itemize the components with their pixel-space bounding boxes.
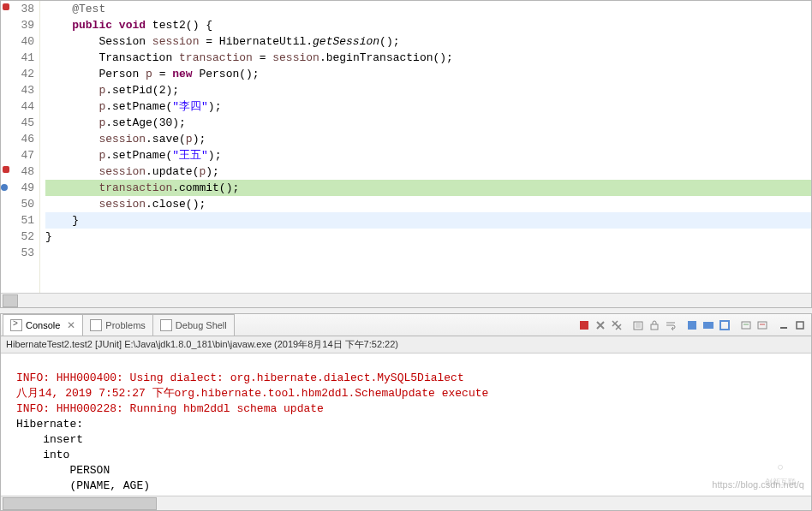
svg-rect-6 <box>742 322 750 329</box>
log-line: insert <box>16 433 90 446</box>
code-line[interactable]: Transaction transaction = session.beginT… <box>45 50 811 66</box>
line-gutter: 38394041424344454647484950515253 <box>1 1 40 293</box>
svg-rect-2 <box>651 324 658 330</box>
log-line: Hibernate: <box>16 418 90 431</box>
launch-label: HibernateTest2.test2 [JUnit] E:\Java\jdk… <box>1 336 811 354</box>
console-output[interactable]: INFO: HHH000400: Using dialect: org.hibe… <box>1 354 811 496</box>
remove-launch-button[interactable] <box>593 318 608 333</box>
code-line[interactable]: session.update(p); <box>45 163 811 180</box>
log-line: INFO: HHH000228: Running hbm2ddl schema … <box>16 402 324 415</box>
code-line[interactable]: session.close(); <box>45 196 811 212</box>
minimize-view-button[interactable] <box>776 318 791 333</box>
code-line[interactable]: transaction.commit(); <box>45 180 811 196</box>
code-line[interactable]: @Test <box>45 1 811 17</box>
code-line[interactable] <box>45 245 811 261</box>
bottom-pane: Console ✕ Problems Debug Shell <box>0 313 812 511</box>
view-tabs: Console ✕ Problems Debug Shell <box>1 314 811 336</box>
maximize-view-button[interactable] <box>792 318 808 333</box>
svg-rect-4 <box>703 322 713 329</box>
log-line: PERSON <box>16 464 110 477</box>
log-line: values <box>16 495 83 496</box>
svg-rect-7 <box>758 322 767 329</box>
editor-pane: 38394041424344454647484950515253 @Test p… <box>0 0 812 308</box>
code-line[interactable]: p.setPname("王五"); <box>45 147 811 163</box>
log-line: INFO: HHH000400: Using dialect: org.hibe… <box>16 371 464 384</box>
pin-console-button[interactable] <box>684 318 700 333</box>
scrollbar-thumb[interactable] <box>3 497 157 510</box>
terminate-button[interactable] <box>576 318 592 333</box>
scroll-lock-button[interactable] <box>647 318 662 333</box>
console-horiz-scrollbar[interactable] <box>1 496 811 510</box>
code-line[interactable]: } <box>45 229 811 245</box>
tab-problems[interactable]: Problems <box>82 314 152 336</box>
code-line[interactable]: } <box>45 212 811 229</box>
tab-console[interactable]: Console ✕ <box>3 314 83 336</box>
log-line: 八月14, 2019 7:52:27 下午org.hibernate.tool.… <box>16 387 488 400</box>
svg-rect-3 <box>688 321 696 330</box>
tab-label: Console <box>26 320 60 330</box>
editor-horiz-scrollbar[interactable] <box>1 293 811 307</box>
show-stdout-button[interactable] <box>738 318 754 333</box>
remove-all-button[interactable] <box>609 318 624 333</box>
code-line[interactable]: p.setAge(30); <box>45 115 811 131</box>
show-stderr-button[interactable] <box>755 318 770 333</box>
clear-console-button[interactable] <box>630 318 646 333</box>
svg-rect-5 <box>720 321 729 330</box>
scrollbar-thumb[interactable] <box>3 294 18 307</box>
tab-label: Problems <box>105 320 145 330</box>
code-line[interactable]: p.setPid(2); <box>45 82 811 98</box>
display-selected-button[interactable] <box>701 318 716 333</box>
problems-icon <box>90 319 102 331</box>
code-line[interactable]: Session session = HibernateUtil.getSessi… <box>45 33 811 50</box>
code-line[interactable]: Person p = new Person(); <box>45 66 811 82</box>
word-wrap-button[interactable] <box>663 318 678 333</box>
console-toolbar <box>576 314 811 336</box>
watermark-logo: ◯创新互联 <box>755 460 806 494</box>
log-line: (PNAME, AGE) <box>16 479 157 492</box>
debug-shell-icon <box>160 319 172 331</box>
log-line: into <box>16 449 69 461</box>
watermark-text: https://blog.csdn.net/q <box>712 477 804 492</box>
code-line[interactable]: session.save(p); <box>45 131 811 147</box>
svg-rect-8 <box>797 322 803 329</box>
code-lines[interactable]: @Test public void test2() { Session sess… <box>40 1 811 293</box>
code-editor[interactable]: 38394041424344454647484950515253 @Test p… <box>1 1 811 293</box>
tab-label: Debug Shell <box>176 320 227 330</box>
console-icon <box>10 319 22 331</box>
code-line[interactable]: public void test2() { <box>45 17 811 33</box>
tab-debug-shell[interactable]: Debug Shell <box>152 314 235 336</box>
code-line[interactable]: p.setPname("李四"); <box>45 98 811 115</box>
close-icon[interactable]: ✕ <box>67 319 75 331</box>
svg-rect-0 <box>580 321 588 330</box>
open-console-button[interactable] <box>717 318 732 333</box>
